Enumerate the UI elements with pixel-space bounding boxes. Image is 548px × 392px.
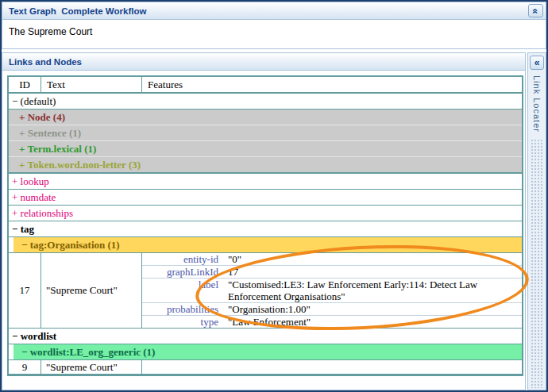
tree-group-lookup[interactable]: + lookup [9,174,522,190]
feature-type: type "Law Enforcement" [142,315,522,328]
feature-value: "Organisation:1.00" [218,303,522,315]
annotation-text: "Supreme Court" [41,253,142,328]
document-text: The Supreme Court [9,26,92,37]
links-nodes-panel-body: ID Text Features − (default) + Node (4) … [2,71,526,390]
tree-type-sentence[interactable]: + Sentence (1) [9,125,522,141]
feature-value: "Law Enforcement" [218,316,522,328]
double-chevron-up-icon: « [531,8,541,13]
feature-value: "0" [218,253,522,265]
column-header-id: ID [9,77,41,92]
tag-organisation-label: − tag:Organisation (1) [14,237,522,252]
collapse-panel-button[interactable]: « [528,4,543,17]
links-nodes-panel-title: Links and Nodes [9,57,523,67]
links-nodes-panel-header: Links and Nodes [2,52,526,71]
text-graph-panel-header: Text Graph Complete Workflow « [2,2,546,20]
annotation-id: 17 [9,253,41,328]
feature-value: "Customised:LE3: Law Enforcement Early:1… [218,279,522,302]
annotation-row-9[interactable]: 9 "Supreme Court" [9,360,522,375]
links-and-nodes-panel: Links and Nodes ID Text Features − (defa… [2,52,526,390]
document-text-panel: The Supreme Court [2,20,546,49]
tree-type-term-lexical[interactable]: + Term.lexical (1) [9,141,522,157]
feature-graphlinkid: graphLinkId 17 [142,265,522,278]
feature-name: label [142,279,218,302]
expand-link-locater-button[interactable]: « [530,56,544,70]
feature-probabilities: probabilities "Organisation:1.00" [142,302,522,315]
annotations-table: ID Text Features − (default) + Node (4) … [7,75,523,376]
tree-group-relationships[interactable]: + relationships [9,206,522,221]
text-graph-panel-title: Text Graph Complete Workflow [9,6,528,16]
dotted-texture [531,139,543,388]
application-window: Text Graph Complete Workflow « The Supre… [0,0,548,392]
feature-label: label "Customised:LE3: Law Enforcement E… [142,278,522,302]
tree-type-node[interactable]: + Node (4) [9,110,522,125]
column-header-features: Features [142,77,522,92]
tree-type-wordlist-le-org-generic[interactable]: − wordlist:LE_org_generic (1) [9,344,522,360]
annotation-features [142,360,522,374]
double-chevron-left-icon: « [534,58,540,67]
tree-type-token-word-non-letter[interactable]: + Token.word.non-letter (3) [9,157,522,174]
wordlist-le-org-generic-label: − wordlist:LE_org_generic (1) [14,344,522,359]
annotation-text: "Supreme Court" [41,360,142,374]
feature-name: entity-id [142,253,218,265]
table-header-row: ID Text Features [9,77,522,94]
tree-group-numdate[interactable]: + numdate [9,190,522,206]
column-header-text: Text [41,77,142,92]
feature-name: probabilities [142,303,218,315]
feature-name: graphLinkId [142,266,218,278]
annotation-features: entity-id "0" graphLinkId 17 label "Cust… [142,253,522,328]
tree-type-tag-organisation[interactable]: − tag:Organisation (1) [9,237,522,253]
link-locater-collapsed-panel[interactable]: « Link Locater [527,52,546,390]
feature-entity-id: entity-id "0" [142,253,522,265]
link-locater-label: Link Locater [532,75,542,133]
feature-value: 17 [218,266,522,278]
tree-group-tag[interactable]: − tag [9,221,522,237]
annotation-id: 9 [9,360,41,374]
feature-name: type [142,316,218,328]
annotation-row-17[interactable]: 17 "Supreme Court" entity-id "0" graphLi… [9,253,522,329]
tree-group-default[interactable]: − (default) [9,94,522,110]
tree-group-wordlist[interactable]: − wordlist [9,329,522,344]
